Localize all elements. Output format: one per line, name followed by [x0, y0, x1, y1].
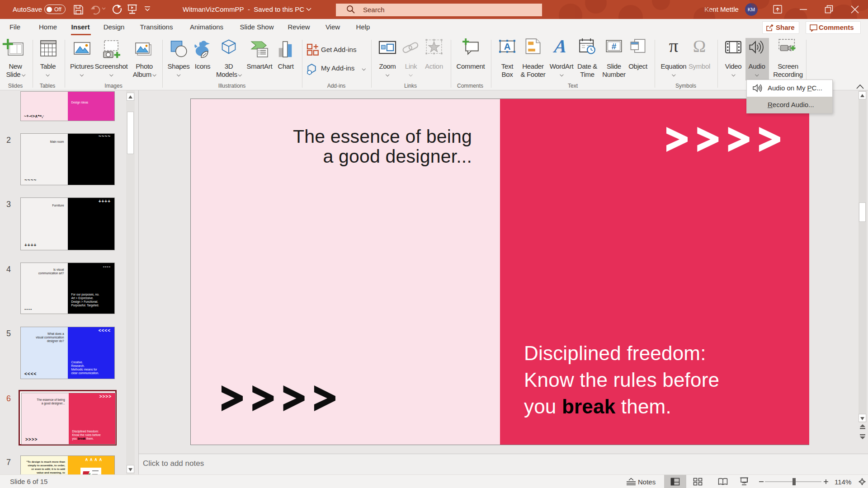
svg-text:#: #: [612, 42, 617, 51]
svg-text:A: A: [552, 36, 568, 56]
svg-text:A: A: [504, 42, 511, 52]
svg-text:Ω: Ω: [693, 37, 706, 56]
svg-text:π: π: [669, 36, 679, 56]
